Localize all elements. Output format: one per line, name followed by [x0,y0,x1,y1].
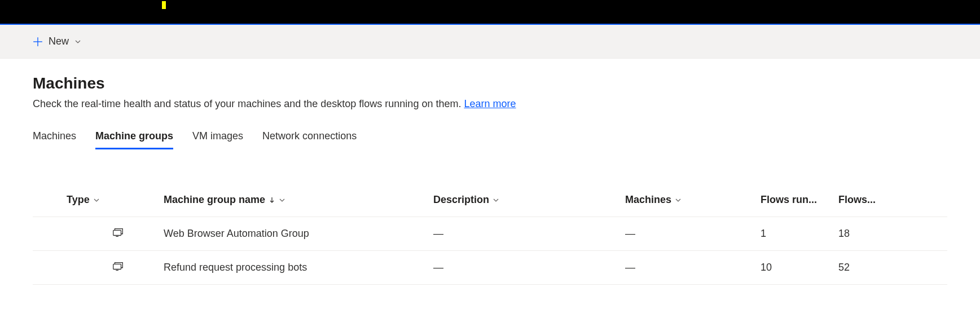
col-header-flows-queued[interactable]: Flows... [838,194,895,206]
cell-name[interactable]: Refund request processing bots [151,262,433,273]
chevron-down-icon [279,197,285,204]
machine-group-icon [112,226,124,239]
col-header-flows-running-label: Flows run... [761,194,817,206]
tab-machines[interactable]: Machines [33,130,76,149]
col-header-type[interactable]: Type [33,194,151,206]
col-header-machines[interactable]: Machines [625,194,761,206]
new-button-label: New [49,36,69,47]
cell-description: — [433,228,625,240]
chevron-down-icon [93,197,100,204]
col-header-name-label: Machine group name [164,194,265,206]
page-title: Machines [33,74,947,92]
table-row[interactable]: Refund request processing bots — — 10 52 [33,251,947,285]
cell-description: — [433,262,625,273]
tabs: Machines Machine groups VM images Networ… [33,130,947,149]
machine-group-icon [112,260,124,272]
cell-flows-running: 10 [761,262,838,273]
tab-vm-images[interactable]: VM images [192,130,243,149]
col-header-description-label: Description [433,194,489,206]
sort-down-icon [269,197,275,204]
table-header-row: Type Machine group name Description [33,183,947,217]
cell-machines: — [625,262,761,273]
page-content: Machines Check the real-time health and … [0,59,980,285]
col-header-type-label: Type [67,194,90,206]
chevron-down-icon [493,197,499,204]
cell-flows-queued: 52 [838,262,895,273]
window-topbar [0,0,980,25]
svg-rect-3 [113,230,121,235]
chevron-down-icon [74,38,81,45]
command-bar: New [0,25,980,59]
cell-type [33,226,151,241]
page-description-text: Check the real-time health and status of… [33,98,464,109]
cell-type [33,260,151,275]
learn-more-link[interactable]: Learn more [464,98,516,109]
cell-machines: — [625,228,761,240]
chevron-down-icon [675,197,682,204]
col-header-name[interactable]: Machine group name [151,194,433,206]
machine-groups-table: Type Machine group name Description [33,183,947,285]
plus-icon [33,37,43,47]
col-header-flows-queued-label: Flows... [838,194,876,206]
col-header-description[interactable]: Description [433,194,625,206]
table-row[interactable]: Web Browser Automation Group — — 1 18 [33,217,947,251]
cell-name[interactable]: Web Browser Automation Group [151,228,433,240]
page-description: Check the real-time health and status of… [33,98,947,110]
col-header-machines-label: Machines [625,194,671,206]
svg-rect-5 [113,264,121,269]
cell-flows-queued: 18 [838,228,895,240]
tab-network-connections[interactable]: Network connections [262,130,357,149]
new-button[interactable]: New [28,32,86,51]
tab-machine-groups[interactable]: Machine groups [95,130,173,149]
cell-flows-running: 1 [761,228,838,240]
col-header-flows-running[interactable]: Flows run... [761,194,838,206]
